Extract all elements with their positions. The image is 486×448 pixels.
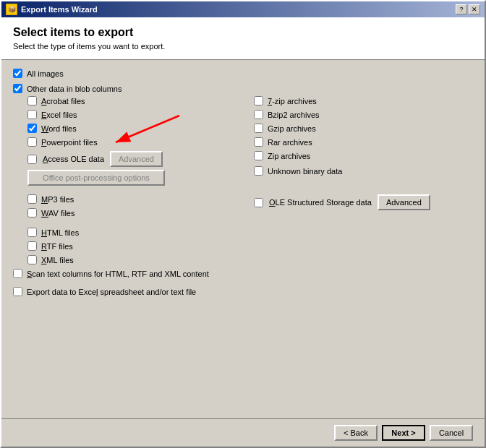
- advanced-button-2[interactable]: Advanced: [378, 194, 430, 210]
- zip-label[interactable]: Zip archives: [268, 152, 310, 160]
- export-excel-label[interactable]: Export data to Excel spreadsheet and/or …: [27, 288, 196, 296]
- word-label[interactable]: Word files: [41, 124, 77, 133]
- acrobat-row: Acrobat files: [27, 96, 247, 105]
- rar-label[interactable]: Rar archives: [268, 138, 312, 147]
- zip7-row: 7-zip archives: [254, 96, 473, 105]
- help-button[interactable]: ?: [456, 4, 467, 14]
- unknown-binary-checkbox-row: Unknown binary data: [254, 166, 473, 176]
- zip-row: Zip archives: [254, 151, 473, 160]
- scan-text-row: Scan text columns for HTML, RTF and XML …: [13, 269, 473, 278]
- media-section: MP3 files WAV files O: [13, 194, 473, 222]
- right-column: 7-zip archives Bzip2 archives: [247, 96, 473, 191]
- unknown-binary-row: Unknown binary data: [254, 166, 473, 176]
- wav-label[interactable]: WAV files: [41, 209, 74, 217]
- rtf-label[interactable]: RTF files: [41, 242, 73, 251]
- zip-checkbox[interactable]: [254, 151, 263, 160]
- html-checkbox[interactable]: [27, 228, 37, 237]
- blob-options-section: Acrobat files Excel files: [13, 96, 473, 191]
- html-label[interactable]: HTML files: [41, 228, 79, 237]
- acrobat-label[interactable]: Acrobat files: [41, 97, 85, 105]
- all-images-row: All images: [13, 69, 473, 78]
- text-formats-section: HTML files RTF files XML files: [13, 228, 473, 278]
- scan-text-label[interactable]: Scan text columns for HTML, RTF and XML …: [27, 270, 209, 278]
- content-area: Select items to export Select the type o…: [1, 17, 485, 447]
- excel-row: Excel files: [27, 110, 247, 119]
- word-checkbox[interactable]: [27, 124, 37, 133]
- office-post-row: Office post-processing options: [27, 170, 247, 186]
- close-button[interactable]: ✕: [469, 4, 480, 14]
- main-window: 📦 Export Items Wizard ? ✕ Select items t…: [0, 0, 486, 448]
- left-column: Acrobat files Excel files: [13, 96, 247, 191]
- rar-row: Rar archives: [254, 137, 473, 147]
- all-images-checkbox[interactable]: [13, 69, 22, 78]
- gzip-checkbox[interactable]: [254, 124, 263, 133]
- rtf-checkbox[interactable]: [27, 241, 37, 251]
- title-bar-left: 📦 Export Items Wizard: [6, 4, 98, 15]
- next-button[interactable]: Next >: [382, 425, 425, 441]
- ole-structured-row: OLE Structured Storage data Advanced: [254, 194, 473, 210]
- mp3-label[interactable]: MP3 files: [41, 195, 74, 204]
- wav-row: WAV files: [27, 208, 247, 217]
- mp3-checkbox[interactable]: [27, 194, 37, 204]
- xml-label[interactable]: XML files: [41, 256, 74, 264]
- wav-checkbox[interactable]: [27, 208, 37, 217]
- excel-label[interactable]: Excel files: [41, 111, 77, 119]
- cancel-button[interactable]: Cancel: [430, 425, 473, 441]
- ole-structured-checkbox[interactable]: [254, 198, 263, 207]
- header-section: Select items to export Select the type o…: [1, 17, 485, 60]
- powerpoint-checkbox[interactable]: [27, 137, 37, 147]
- media-right-col: OLE Structured Storage data Advanced: [247, 194, 473, 222]
- unknown-binary-checkbox[interactable]: [254, 166, 263, 176]
- office-post-button[interactable]: Office post-processing options: [27, 170, 165, 186]
- blob-columns-label[interactable]: Other data in blob columns: [27, 85, 122, 93]
- gzip-row: Gzip archives: [254, 124, 473, 133]
- bzip2-checkbox[interactable]: [254, 110, 263, 119]
- zip7-label[interactable]: 7-zip archives: [268, 97, 317, 105]
- rar-checkbox[interactable]: [254, 137, 263, 147]
- two-column-layout: Acrobat files Excel files: [13, 96, 473, 191]
- rtf-row: RTF files: [27, 241, 473, 251]
- bzip2-row: Bzip2 archives: [254, 110, 473, 119]
- title-bar: 📦 Export Items Wizard ? ✕: [1, 1, 485, 17]
- back-button[interactable]: < Back: [334, 425, 378, 441]
- xml-checkbox[interactable]: [27, 255, 37, 264]
- powerpoint-label[interactable]: Powerpoint files: [41, 138, 98, 147]
- word-row: Word files: [27, 124, 247, 133]
- html-row: HTML files: [27, 228, 473, 237]
- access-ole-label[interactable]: Access OLE data: [43, 155, 104, 163]
- zip7-checkbox[interactable]: [254, 96, 263, 105]
- access-ole-checkbox[interactable]: [27, 155, 37, 164]
- scan-text-checkbox[interactable]: [13, 269, 22, 278]
- bzip2-label[interactable]: Bzip2 archives: [268, 111, 320, 119]
- blob-columns-checkbox[interactable]: [13, 84, 22, 93]
- main-content: All images Other data in blob columns: [1, 60, 485, 418]
- window-icon: 📦: [6, 4, 17, 15]
- advanced-button-1[interactable]: Advanced: [110, 151, 163, 167]
- gzip-label[interactable]: Gzip archives: [268, 124, 316, 133]
- text-formats-indent: HTML files RTF files XML files: [13, 228, 473, 264]
- mp3-row: MP3 files: [27, 194, 247, 204]
- page-title: Select items to export: [13, 26, 473, 39]
- ole-structured-label[interactable]: OLE Structured Storage data: [269, 198, 372, 207]
- access-advanced-row: Access OLE data Advanced: [27, 151, 247, 167]
- all-images-label[interactable]: All images: [27, 69, 64, 78]
- page-subtitle: Select the type of items you want to exp…: [13, 42, 473, 51]
- export-excel-row: Export data to Excel spreadsheet and/or …: [13, 287, 473, 296]
- xml-row: XML files: [27, 255, 473, 264]
- media-left-col: MP3 files WAV files: [13, 194, 247, 222]
- excel-checkbox[interactable]: [27, 110, 37, 119]
- footer-buttons: < Back Next > Cancel: [1, 418, 485, 447]
- title-bar-buttons: ? ✕: [456, 4, 480, 14]
- export-excel-checkbox[interactable]: [13, 287, 22, 296]
- unknown-binary-label[interactable]: Unknown binary data: [268, 167, 342, 176]
- blob-columns-row: Other data in blob columns: [13, 84, 473, 93]
- powerpoint-row: Powerpoint files: [27, 137, 247, 147]
- window-title: Export Items Wizard: [21, 5, 98, 14]
- acrobat-checkbox[interactable]: [27, 96, 37, 105]
